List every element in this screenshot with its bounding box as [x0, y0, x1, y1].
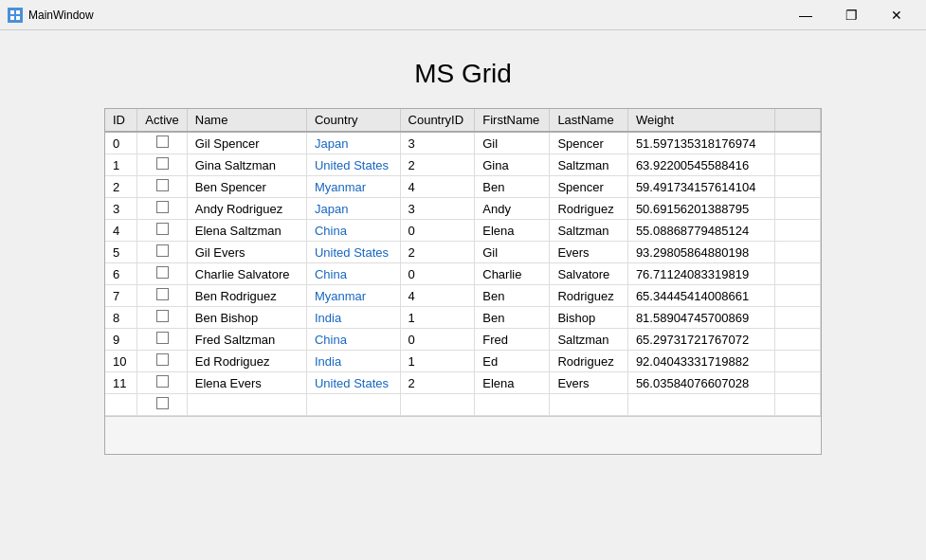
cell-country: Japan	[306, 198, 400, 220]
cell-weight: 81.58904745700869	[627, 307, 774, 329]
active-checkbox[interactable]	[156, 266, 169, 279]
cell-firstname: Ben	[475, 307, 550, 329]
cell-empty	[627, 394, 774, 416]
table-row[interactable]: 0Gil SpencerJapan3GilSpencer51.597135318…	[105, 132, 821, 154]
window-controls: — ❐ ✕	[784, 4, 918, 27]
cell-active[interactable]	[137, 285, 187, 307]
cell-weight: 76.71124083319819	[627, 263, 774, 285]
minimize-button[interactable]: —	[784, 4, 827, 27]
cell-active[interactable]	[137, 176, 187, 198]
cell-name: Charlie Salvatore	[187, 263, 306, 285]
table-row[interactable]: 10Ed RodriguezIndia1EdRodriguez92.040433…	[105, 351, 821, 372]
cell-firstname: Elena	[475, 372, 550, 394]
active-checkbox[interactable]	[156, 223, 169, 235]
active-checkbox[interactable]	[156, 201, 169, 213]
col-header-weight[interactable]: Weight	[627, 109, 774, 132]
table-row[interactable]: 1Gina SaltzmanUnited States2GinaSaltzman…	[105, 154, 821, 176]
app-icon	[8, 8, 23, 23]
table-row[interactable]: 2Ben SpencerMyanmar4BenSpencer59.4917341…	[105, 176, 821, 198]
svg-rect-1	[16, 10, 20, 14]
cell-country: Japan	[306, 132, 400, 154]
table-row[interactable]: 9Fred SaltzmanChina0FredSaltzman65.29731…	[105, 329, 821, 351]
cell-extra	[775, 198, 821, 220]
active-checkbox[interactable]	[156, 332, 169, 344]
active-checkbox[interactable]	[156, 157, 169, 170]
cell-lastname: Saltzman	[550, 329, 628, 351]
data-grid: ID Active Name Country CountryID FirstNa…	[104, 108, 822, 455]
cell-firstname: Charlie	[475, 263, 550, 285]
cell-active[interactable]	[137, 154, 187, 176]
svg-rect-0	[10, 10, 14, 14]
cell-active[interactable]	[137, 329, 187, 351]
col-header-countryid[interactable]: CountryID	[400, 109, 475, 132]
col-header-name[interactable]: Name	[187, 109, 306, 132]
active-checkbox-empty[interactable]	[156, 397, 169, 409]
cell-extra	[775, 329, 821, 351]
cell-active[interactable]	[137, 242, 187, 263]
cell-id: 2	[105, 176, 137, 198]
col-header-lastname[interactable]: LastName	[550, 109, 628, 132]
table-row[interactable]: 8Ben BishopIndia1BenBishop81.58904745700…	[105, 307, 821, 329]
table-row[interactable]: 11Elena EversUnited States2ElenaEvers56.…	[105, 372, 821, 394]
close-button[interactable]: ✕	[875, 4, 918, 27]
cell-lastname: Saltzman	[550, 154, 628, 176]
cell-countryid: 2	[400, 154, 475, 176]
table-row[interactable]: 4Elena SaltzmanChina0ElenaSaltzman55.088…	[105, 220, 821, 242]
cell-lastname: Bishop	[550, 307, 628, 329]
cell-weight: 92.04043331719882	[627, 351, 774, 372]
cell-firstname: Gil	[475, 132, 550, 154]
cell-firstname: Ben	[475, 176, 550, 198]
cell-active[interactable]	[137, 263, 187, 285]
active-checkbox[interactable]	[156, 353, 169, 366]
col-header-extra	[775, 109, 821, 132]
cell-active[interactable]	[137, 198, 187, 220]
cell-extra	[775, 154, 821, 176]
cell-countryid: 4	[400, 285, 475, 307]
cell-country: China	[306, 329, 400, 351]
active-checkbox[interactable]	[156, 310, 169, 322]
restore-button[interactable]: ❐	[829, 4, 873, 27]
table-row[interactable]: 7Ben RodriguezMyanmar4BenRodriguez65.344…	[105, 285, 821, 307]
active-checkbox[interactable]	[156, 179, 169, 191]
cell-countryid: 2	[400, 242, 475, 263]
table-row[interactable]: 6Charlie SalvatoreChina0CharlieSalvatore…	[105, 263, 821, 285]
cell-empty	[105, 394, 137, 416]
cell-active[interactable]	[137, 220, 187, 242]
cell-weight: 59.491734157614104	[627, 176, 774, 198]
cell-id: 0	[105, 132, 137, 154]
cell-firstname: Gil	[475, 242, 550, 263]
cell-country: India	[306, 307, 400, 329]
active-checkbox[interactable]	[156, 375, 169, 388]
cell-id: 1	[105, 154, 137, 176]
cell-countryid: 0	[400, 220, 475, 242]
active-checkbox[interactable]	[156, 288, 169, 300]
col-header-country[interactable]: Country	[306, 109, 400, 132]
cell-active[interactable]	[137, 307, 187, 329]
cell-lastname: Rodriguez	[550, 351, 628, 372]
active-checkbox[interactable]	[156, 135, 169, 148]
cell-active[interactable]	[137, 132, 187, 154]
cell-countryid: 0	[400, 329, 475, 351]
cell-extra	[775, 176, 821, 198]
cell-weight: 56.03584076607028	[627, 372, 774, 394]
cell-firstname: Ed	[475, 351, 550, 372]
cell-countryid: 3	[400, 198, 475, 220]
cell-firstname: Fred	[475, 329, 550, 351]
cell-extra	[775, 285, 821, 307]
active-checkbox[interactable]	[156, 244, 169, 257]
cell-active[interactable]	[137, 351, 187, 372]
cell-id: 7	[105, 285, 137, 307]
table-row[interactable]: 3Andy RodriguezJapan3AndyRodriguez50.691…	[105, 198, 821, 220]
col-header-id[interactable]: ID	[105, 109, 137, 132]
cell-empty	[137, 394, 187, 416]
cell-country: Myanmar	[306, 285, 400, 307]
cell-extra	[775, 132, 821, 154]
table-row-empty	[105, 394, 821, 416]
cell-active[interactable]	[137, 372, 187, 394]
cell-firstname: Elena	[475, 220, 550, 242]
title-bar: MainWindow — ❐ ✕	[0, 0, 926, 30]
cell-name: Gil Evers	[187, 242, 306, 263]
col-header-firstname[interactable]: FirstName	[475, 109, 550, 132]
table-row[interactable]: 5Gil EversUnited States2GilEvers93.29805…	[105, 242, 821, 263]
col-header-active[interactable]: Active	[137, 109, 187, 132]
